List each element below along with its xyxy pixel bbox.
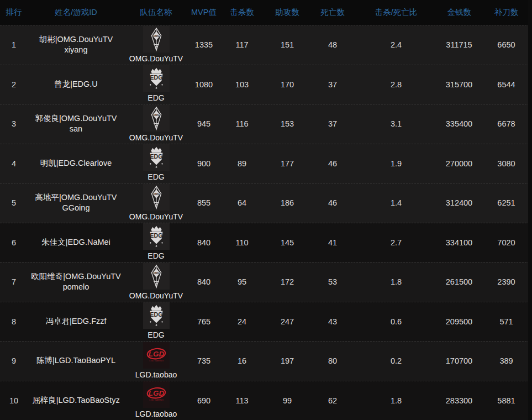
mvp-cell: 765 <box>188 317 220 326</box>
team-name: OMG.DouYuTV <box>129 133 183 142</box>
team-logo: EDG <box>143 223 170 250</box>
team-cell: OMG OMG.DouYuTV <box>124 262 188 302</box>
kd-cell: 2.7 <box>355 238 438 247</box>
kills-cell: 89 <box>220 159 264 168</box>
column-header[interactable]: 姓名/游戏ID <box>28 7 124 18</box>
team-logo-omg-icon: OMG <box>144 264 169 289</box>
assists-cell: 151 <box>264 40 310 49</box>
rank-cell: 9 <box>0 356 28 365</box>
column-header[interactable]: 队伍名称 <box>124 7 188 18</box>
assists-cell: 145 <box>264 238 310 247</box>
assists-cell: 197 <box>264 356 310 365</box>
column-header[interactable]: MVP值 <box>188 7 220 18</box>
column-header[interactable]: 排行 <box>0 7 28 18</box>
mvp-cell: 840 <box>188 238 220 247</box>
team-name: EDG <box>148 93 164 102</box>
column-header[interactable]: 补刀数 <box>481 7 532 18</box>
cs-cell: 571 <box>481 317 532 326</box>
cs-cell: 3080 <box>481 159 532 168</box>
gold-cell: 261500 <box>438 277 481 286</box>
table-row: 7 欧阳维奇|OMG.DouYuTV pomelo OMG OMG.DouYuT… <box>0 262 532 302</box>
deaths-cell: 37 <box>310 119 355 128</box>
kills-cell: 95 <box>220 277 264 286</box>
assists-cell: 153 <box>264 119 310 128</box>
team-logo-omg-icon: OMG <box>144 27 169 52</box>
team-cell: OMG OMG.DouYuTV <box>124 25 188 65</box>
svg-text:OMG: OMG <box>153 35 160 38</box>
player-name: 冯卓君|EDG.Fzzf <box>28 316 124 327</box>
cs-cell: 2390 <box>481 277 532 286</box>
assists-cell: 247 <box>264 317 310 326</box>
leaderboard-body: 1 胡彬|OMG.DouYuTV xiyang OMG OMG.DouYuTV … <box>0 25 532 420</box>
deaths-cell: 37 <box>310 80 355 89</box>
team-logo: LGD LGD GAMING <box>143 381 170 408</box>
team-logo: OMG <box>143 184 170 211</box>
kills-cell: 64 <box>220 198 264 207</box>
rank-cell: 1 <box>0 40 28 49</box>
kills-cell: 117 <box>220 40 264 49</box>
team-logo: OMG <box>143 105 170 132</box>
team-cell: EDG EDG <box>124 302 188 342</box>
rank-cell: 8 <box>0 317 28 326</box>
column-header[interactable]: 击杀数 <box>220 7 264 18</box>
svg-text:LGD GAMING: LGD GAMING <box>149 359 164 362</box>
mvp-cell: 945 <box>188 119 220 128</box>
player-name: 屈梓良|LGD.TaoBaoStyz <box>28 395 124 406</box>
team-logo-edg-icon: EDG <box>144 303 169 328</box>
team-cell: EDG EDG <box>124 223 188 262</box>
gold-cell: 270000 <box>438 159 481 168</box>
rank-cell: 10 <box>0 396 28 405</box>
team-logo: EDG <box>143 302 170 329</box>
svg-text:OMG: OMG <box>153 114 160 117</box>
assists-cell: 172 <box>264 277 310 286</box>
player-name: 朱佳文|EDG.NaMei <box>28 237 124 248</box>
team-logo: OMG <box>143 26 170 53</box>
player-name: 郭俊良|OMG.DouYuTV san <box>28 113 124 135</box>
svg-text:EDG: EDG <box>150 74 162 81</box>
table-row: 5 高地平|OMG.DouYuTV GGoing OMG OMG.DouYuTV… <box>0 183 532 223</box>
team-name: EDG <box>148 330 164 339</box>
column-header[interactable]: 死亡数 <box>310 7 355 18</box>
team-name: OMG.DouYuTV <box>129 54 183 63</box>
team-cell: EDG EDG <box>124 65 188 104</box>
deaths-cell: 41 <box>310 238 355 247</box>
mvp-cell: 855 <box>188 198 220 207</box>
svg-text:OMG: OMG <box>153 272 160 275</box>
kd-cell: 2.8 <box>355 80 438 89</box>
player-name: 明凯|EDG.Clearlove <box>28 158 124 169</box>
team-cell: LGD LGD GAMING LGD.taobao <box>124 381 188 420</box>
column-header[interactable]: 金钱数 <box>438 7 481 18</box>
kills-cell: 103 <box>220 80 264 89</box>
rank-cell: 3 <box>0 119 28 128</box>
cs-cell: 7020 <box>481 238 532 247</box>
team-cell: LGD LGD GAMING LGD.taobao <box>124 342 188 381</box>
svg-text:LGD GAMING: LGD GAMING <box>149 398 164 401</box>
svg-text:LGD: LGD <box>148 389 164 397</box>
header-row: 排行姓名/游戏ID队伍名称MVP值击杀数助攻数死亡数击杀/死亡比金钱数补刀数 <box>0 0 532 25</box>
column-header[interactable]: 击杀/死亡比 <box>355 7 438 18</box>
kd-cell: 3.1 <box>355 119 438 128</box>
column-header[interactable]: 助攻数 <box>264 7 310 18</box>
rank-cell: 4 <box>0 159 28 168</box>
assists-cell: 170 <box>264 80 310 89</box>
gold-cell: 311715 <box>438 40 481 49</box>
mvp-cell: 735 <box>188 356 220 365</box>
assists-cell: 186 <box>264 198 310 207</box>
cs-cell: 6544 <box>481 80 532 89</box>
rank-cell: 5 <box>0 198 28 207</box>
gold-cell: 312400 <box>438 198 481 207</box>
scrollbar-track[interactable] <box>528 0 532 420</box>
team-logo-lgd-icon: LGD LGD GAMING <box>144 343 169 368</box>
mvp-cell: 690 <box>188 396 220 405</box>
kd-cell: 1.8 <box>355 396 438 405</box>
rank-cell: 2 <box>0 80 28 89</box>
svg-text:EDG: EDG <box>150 232 162 239</box>
leaderboard-page: 排行姓名/游戏ID队伍名称MVP值击杀数助攻数死亡数击杀/死亡比金钱数补刀数 1… <box>0 0 532 420</box>
deaths-cell: 53 <box>310 277 355 286</box>
player-name: 陈博|LGD.TaoBaoPYL <box>28 355 124 366</box>
team-name: OMG.DouYuTV <box>129 291 183 300</box>
kd-cell: 0.2 <box>355 356 438 365</box>
mvp-cell: 900 <box>188 159 220 168</box>
assists-cell: 99 <box>264 396 310 405</box>
kills-cell: 110 <box>220 238 264 247</box>
